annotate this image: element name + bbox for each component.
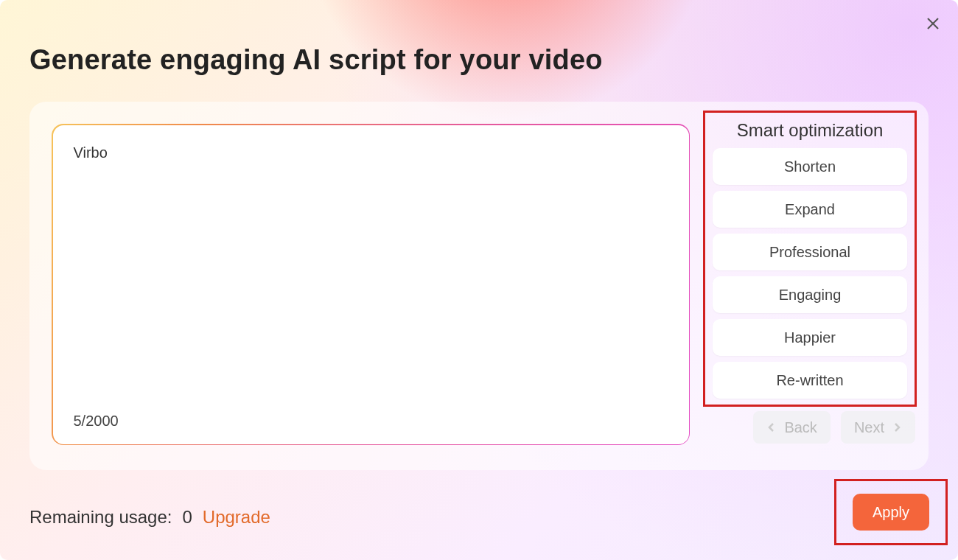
close-button[interactable] bbox=[923, 13, 943, 34]
close-icon bbox=[926, 17, 940, 30]
chevron-left-icon bbox=[766, 422, 777, 433]
editor-text: Virbo bbox=[74, 144, 668, 161]
next-button[interactable]: Next bbox=[841, 411, 915, 444]
option-professional[interactable]: Professional bbox=[713, 234, 907, 270]
editor-border: Virbo 5/2000 bbox=[52, 124, 690, 445]
option-expand[interactable]: Expand bbox=[713, 191, 907, 228]
nav-row: Back Next bbox=[753, 411, 915, 444]
smart-optimization-panel: Smart optimization Shorten Expand Profes… bbox=[703, 111, 917, 407]
usage-footer: Remaining usage: 0 Upgrade bbox=[29, 507, 270, 528]
ai-script-modal: Generate engaging AI script for your vid… bbox=[0, 0, 958, 560]
remaining-usage-label: Remaining usage: bbox=[29, 507, 172, 528]
option-happier[interactable]: Happier bbox=[713, 319, 907, 356]
option-shorten[interactable]: Shorten bbox=[713, 148, 907, 185]
remaining-usage-value: 0 bbox=[182, 507, 192, 528]
upgrade-link[interactable]: Upgrade bbox=[203, 507, 270, 528]
option-engaging[interactable]: Engaging bbox=[713, 276, 907, 313]
page-title: Generate engaging AI script for your vid… bbox=[29, 44, 603, 76]
content-card: Virbo 5/2000 Smart optimization Shorten … bbox=[29, 102, 929, 470]
apply-button[interactable]: Apply bbox=[853, 494, 929, 531]
back-button[interactable]: Back bbox=[753, 411, 830, 444]
apply-highlight: Apply bbox=[834, 479, 948, 545]
char-count: 5/2000 bbox=[74, 413, 119, 430]
chevron-right-icon bbox=[892, 422, 902, 433]
back-label: Back bbox=[784, 419, 817, 436]
next-label: Next bbox=[854, 419, 884, 436]
script-editor[interactable]: Virbo 5/2000 bbox=[53, 125, 689, 444]
smart-optimization-title: Smart optimization bbox=[713, 120, 907, 141]
option-rewritten[interactable]: Re-written bbox=[713, 362, 907, 399]
